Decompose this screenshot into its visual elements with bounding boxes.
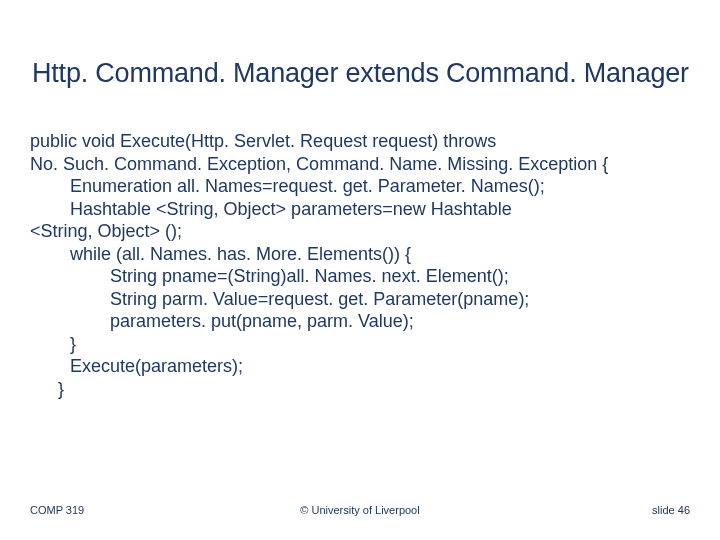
code-line-6: while (all. Names. has. More. Elements()… [30,243,680,266]
code-line-5: <String, Object> (); [30,221,182,241]
footer: COMP 319 © University of Liverpool slide… [30,504,690,516]
code-line-8: String parm. Value=request. get. Paramet… [30,288,680,311]
slide-title: Http. Command. Manager extends Command. … [32,58,700,89]
code-line-10: } [30,333,680,356]
footer-left: COMP 319 [30,504,84,516]
footer-center: © University of Liverpool [300,504,419,516]
footer-right: slide 46 [652,504,690,516]
code-line-2: No. Such. Command. Exception, Command. N… [30,154,608,174]
code-block: public void Execute(Http. Servlet. Reque… [30,130,680,400]
code-line-1: public void Execute(Http. Servlet. Reque… [30,131,496,151]
code-line-7: String pname=(String)all. Names. next. E… [30,265,680,288]
code-line-11: Execute(parameters); [30,355,680,378]
code-line-12: } [30,378,680,401]
code-line-9: parameters. put(pname, parm. Value); [30,310,680,333]
code-line-3: Enumeration all. Names=request. get. Par… [30,175,680,198]
code-line-4: Hashtable <String, Object> parameters=ne… [30,198,680,221]
